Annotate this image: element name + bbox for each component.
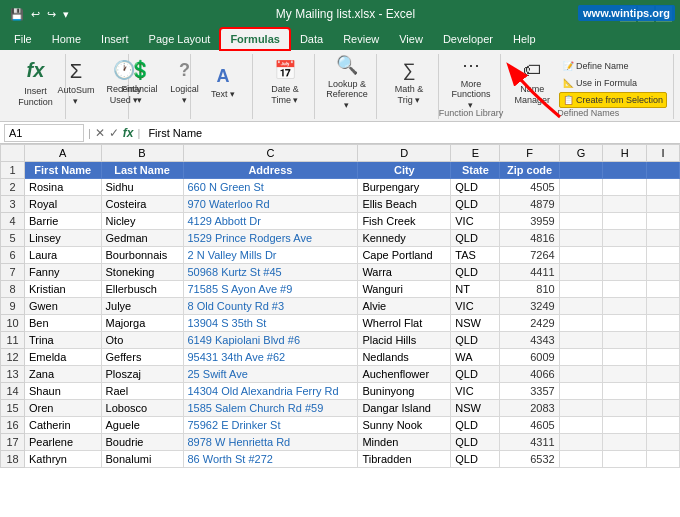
cell-r16-c3[interactable]: Sunny Nook xyxy=(358,417,451,434)
cell-r11-c4[interactable]: QLD xyxy=(451,332,500,349)
cell-r9-c1[interactable]: Julye xyxy=(101,298,183,315)
undo-button[interactable]: ↩ xyxy=(29,8,42,21)
cell-r13-c0[interactable]: Zana xyxy=(25,366,102,383)
tab-developer[interactable]: Developer xyxy=(433,28,503,50)
cell-r6-c1[interactable]: Bourbonnais xyxy=(101,247,183,264)
cell-r16-c2[interactable]: 75962 E Drinker St xyxy=(183,417,358,434)
cell-r18-c3[interactable]: Tibradden xyxy=(358,451,451,468)
row-num-1[interactable]: 1 xyxy=(1,162,25,179)
cell-r2-c5[interactable]: 4505 xyxy=(500,179,559,196)
cell-r12-c4[interactable]: WA xyxy=(451,349,500,366)
cell-r15-c0[interactable]: Oren xyxy=(25,400,102,417)
row-num-14[interactable]: 14 xyxy=(1,383,25,400)
define-name-button[interactable]: 📝 Define Name xyxy=(559,58,667,74)
cell-r4-c1[interactable]: Nicley xyxy=(101,213,183,230)
math-trig-button[interactable]: ∑ Math &Trig ▾ xyxy=(389,58,429,108)
header-cell-5[interactable]: Zip code xyxy=(500,162,559,179)
cell-r11-c0[interactable]: Trina xyxy=(25,332,102,349)
row-num-12[interactable]: 12 xyxy=(1,349,25,366)
col-header-d[interactable]: D xyxy=(358,145,451,162)
cell-r3-c0[interactable]: Royal xyxy=(25,196,102,213)
cell-r6-c2[interactable]: 2 N Valley Mills Dr xyxy=(183,247,358,264)
cell-r17-c3[interactable]: Minden xyxy=(358,434,451,451)
cell-r5-c1[interactable]: Gedman xyxy=(101,230,183,247)
cell-r16-c1[interactable]: Aguele xyxy=(101,417,183,434)
cell-r2-c3[interactable]: Burpengary xyxy=(358,179,451,196)
cell-r12-c1[interactable]: Geffers xyxy=(101,349,183,366)
cell-r4-c5[interactable]: 3959 xyxy=(500,213,559,230)
date-time-button[interactable]: 📅 Date &Time ▾ xyxy=(265,58,305,108)
tab-formulas[interactable]: Formulas xyxy=(220,28,290,50)
cell-r13-c1[interactable]: Ploszaj xyxy=(101,366,183,383)
cell-r12-c3[interactable]: Nedlands xyxy=(358,349,451,366)
header-cell-3[interactable]: City xyxy=(358,162,451,179)
cell-r14-c5[interactable]: 3357 xyxy=(500,383,559,400)
save-button[interactable]: 💾 xyxy=(8,8,26,21)
use-in-formula-button[interactable]: 📐 Use in Formula xyxy=(559,75,667,91)
cell-r5-c4[interactable]: QLD xyxy=(451,230,500,247)
cell-r14-c0[interactable]: Shaun xyxy=(25,383,102,400)
cell-r9-c3[interactable]: Alvie xyxy=(358,298,451,315)
row-num-17[interactable]: 17 xyxy=(1,434,25,451)
cell-r12-c5[interactable]: 6009 xyxy=(500,349,559,366)
cell-r2-c0[interactable]: Rosina xyxy=(25,179,102,196)
cell-r16-c5[interactable]: 4605 xyxy=(500,417,559,434)
col-header-e[interactable]: E xyxy=(451,145,500,162)
cell-r5-c3[interactable]: Kennedy xyxy=(358,230,451,247)
more-functions-button[interactable]: ⋯ MoreFunctions ▾ xyxy=(446,58,495,108)
cell-r11-c5[interactable]: 4343 xyxy=(500,332,559,349)
header-cell-4[interactable]: State xyxy=(451,162,500,179)
cell-r7-c5[interactable]: 4411 xyxy=(500,264,559,281)
cell-r7-c4[interactable]: QLD xyxy=(451,264,500,281)
cell-r9-c2[interactable]: 8 Old County Rd #3 xyxy=(183,298,358,315)
cell-r4-c0[interactable]: Barrie xyxy=(25,213,102,230)
cell-r7-c2[interactable]: 50968 Kurtz St #45 xyxy=(183,264,358,281)
autosum-button[interactable]: Σ AutoSum ▾ xyxy=(51,58,101,108)
dropdown-button[interactable]: ▾ xyxy=(61,8,71,21)
cell-r4-c4[interactable]: VIC xyxy=(451,213,500,230)
name-manager-button[interactable]: 🏷 NameManager xyxy=(509,58,555,108)
cell-r15-c5[interactable]: 2083 xyxy=(500,400,559,417)
cell-r18-c2[interactable]: 86 Worth St #272 xyxy=(183,451,358,468)
cell-r10-c1[interactable]: Majorga xyxy=(101,315,183,332)
lookup-ref-button[interactable]: 🔍 Lookup &Reference ▾ xyxy=(321,58,373,108)
cell-r12-c0[interactable]: Emelda xyxy=(25,349,102,366)
cell-r6-c5[interactable]: 7264 xyxy=(500,247,559,264)
cell-r16-c0[interactable]: Catherin xyxy=(25,417,102,434)
cell-r11-c2[interactable]: 6149 Kapiolani Blvd #6 xyxy=(183,332,358,349)
tab-data[interactable]: Data xyxy=(290,28,333,50)
header-cell-1[interactable]: Last Name xyxy=(101,162,183,179)
row-num-5[interactable]: 5 xyxy=(1,230,25,247)
redo-button[interactable]: ↪ xyxy=(45,8,58,21)
cell-r15-c4[interactable]: NSW xyxy=(451,400,500,417)
cell-r4-c2[interactable]: 4129 Abbott Dr xyxy=(183,213,358,230)
cell-r14-c1[interactable]: Rael xyxy=(101,383,183,400)
tab-home[interactable]: Home xyxy=(42,28,91,50)
cell-r8-c2[interactable]: 71585 S Ayon Ave #9 xyxy=(183,281,358,298)
cell-r18-c5[interactable]: 6532 xyxy=(500,451,559,468)
col-header-a[interactable]: A xyxy=(25,145,102,162)
cell-r7-c3[interactable]: Warra xyxy=(358,264,451,281)
row-num-2[interactable]: 2 xyxy=(1,179,25,196)
cell-r15-c2[interactable]: 1585 Salem Church Rd #59 xyxy=(183,400,358,417)
cell-r3-c5[interactable]: 4879 xyxy=(500,196,559,213)
cell-r15-c1[interactable]: Lobosco xyxy=(101,400,183,417)
row-num-16[interactable]: 16 xyxy=(1,417,25,434)
cell-r6-c3[interactable]: Cape Portland xyxy=(358,247,451,264)
cell-r17-c0[interactable]: Pearlene xyxy=(25,434,102,451)
cell-r8-c5[interactable]: 810 xyxy=(500,281,559,298)
row-num-7[interactable]: 7 xyxy=(1,264,25,281)
cell-r16-c4[interactable]: QLD xyxy=(451,417,500,434)
row-num-9[interactable]: 9 xyxy=(1,298,25,315)
confirm-formula-icon[interactable]: ✓ xyxy=(109,126,119,140)
row-num-4[interactable]: 4 xyxy=(1,213,25,230)
cell-r5-c2[interactable]: 1529 Prince Rodgers Ave xyxy=(183,230,358,247)
cell-r5-c0[interactable]: Linsey xyxy=(25,230,102,247)
header-cell-0[interactable]: First Name xyxy=(25,162,102,179)
row-num-18[interactable]: 18 xyxy=(1,451,25,468)
cell-r3-c1[interactable]: Costeira xyxy=(101,196,183,213)
cell-r2-c4[interactable]: QLD xyxy=(451,179,500,196)
cell-r11-c1[interactable]: Oto xyxy=(101,332,183,349)
cell-r2-c2[interactable]: 660 N Green St xyxy=(183,179,358,196)
cell-r10-c2[interactable]: 13904 S 35th St xyxy=(183,315,358,332)
